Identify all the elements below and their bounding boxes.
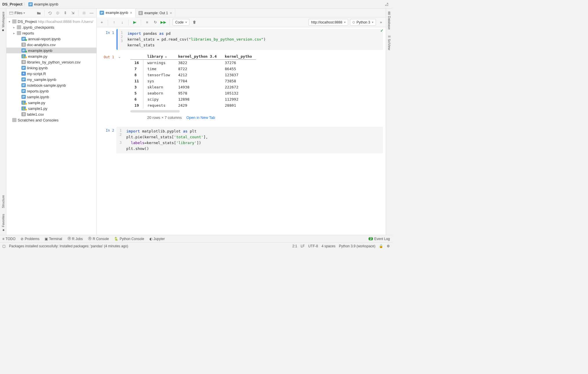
tool-r-console[interactable]: Ⓡ R Console (88, 236, 109, 241)
tool-r-jobs[interactable]: Ⓡ R Jobs (67, 236, 83, 241)
line-separator[interactable]: LF (301, 244, 305, 248)
tree-item[interactable]: IPnotebook-sample.ipynb (6, 82, 96, 88)
server-selector[interactable]: http://localhost:8888▾ (308, 19, 348, 26)
tree-item[interactable]: 🐍example.py (6, 53, 96, 59)
editor-tab[interactable]: IPexample.ipynb× (97, 9, 136, 17)
minimize-icon[interactable]: — (88, 10, 95, 16)
tab-workspace[interactable]: ■Workspace (0, 9, 6, 35)
table-row[interactable]: 7time872286455 (130, 66, 256, 72)
cell-type-selector[interactable]: Code▾ (173, 19, 189, 26)
code-cell-1[interactable]: In 1 123 import pandas as pd kernel_stat… (100, 29, 383, 50)
tool-todo[interactable]: ≡ TODO (2, 237, 15, 241)
breadcrumb-file[interactable]: IP example.ipynb (28, 2, 58, 6)
expand-icon[interactable]: ▸ (12, 32, 16, 35)
tool-problems[interactable]: ⊘ Problems (21, 237, 39, 241)
tree-item[interactable]: IPsample.ipynb (6, 94, 96, 100)
chevron-down-icon[interactable]: ⌄ (116, 53, 122, 120)
tab-favorites[interactable]: ★Favorites (0, 211, 6, 235)
tree-item[interactable]: ☰table1.csv (6, 111, 96, 117)
code-cell-2[interactable]: In 2 12 3 import matplotlib.pyplot as pl… (100, 127, 383, 153)
lock-icon[interactable]: 🔒 (379, 244, 383, 248)
tree-item[interactable]: Scratches and Consoles (6, 117, 96, 123)
refresh-icon[interactable] (47, 10, 53, 16)
breadcrumb-project[interactable]: DS_Project (2, 2, 22, 6)
column-header[interactable]: library▴ (143, 53, 174, 60)
gear-icon[interactable] (81, 10, 87, 16)
file-label: sample1.py (28, 106, 47, 111)
delete-icon[interactable] (191, 19, 198, 26)
tree-item[interactable]: IPreports.ipynb (6, 88, 96, 94)
target-icon[interactable] (54, 10, 61, 16)
expand-icon[interactable]: ▾ (8, 20, 11, 23)
tab-icon: ☰ (138, 11, 143, 15)
column-header[interactable]: kernel_python 3.4 (174, 53, 221, 60)
stop-icon[interactable]: ■ (144, 19, 150, 26)
interpreter[interactable]: Python 3.9 (workspace) (339, 244, 375, 248)
tool-terminal[interactable]: ▣ Terminal (45, 237, 62, 241)
table-row[interactable]: 5seaborn9578105132 (130, 90, 256, 96)
open-new-tab-link[interactable]: Open in New Tab (186, 115, 215, 120)
tree-item[interactable]: ☰doc-analytics.csv (6, 42, 96, 48)
new-folder-icon[interactable] (36, 10, 42, 16)
file-label: example.ipynb (28, 48, 52, 53)
book-icon[interactable]: ▢ (2, 244, 6, 248)
tree-item[interactable]: IPlinking.ipynb (6, 65, 96, 71)
dataframe-output[interactable]: library▴kernel_python 3.4kernel_pytho16w… (130, 53, 293, 108)
tree-item[interactable]: 🐍sample1.py (6, 106, 96, 111)
collapse-icon[interactable]: ⇲ (70, 10, 76, 16)
code-lines[interactable]: import pandas as pd kernel_stats = pd.re… (125, 29, 383, 50)
ico-ipynb-icon: IP (21, 66, 26, 70)
gear-sync-icon[interactable]: ⚙ (387, 244, 390, 248)
event-log[interactable]: 2 Event Log (368, 237, 390, 241)
tool-jupyter[interactable]: ◐ Jupyter (149, 237, 165, 241)
run-all-icon[interactable]: ▶▶ (160, 19, 167, 26)
tree-item[interactable]: IPexample.ipynb (6, 48, 96, 53)
run-icon[interactable]: ▶I (132, 19, 138, 26)
tab-sciview[interactable]: ⠿SciView (386, 32, 392, 53)
code-box[interactable]: 123 import pandas as pd kernel_stats = p… (116, 29, 383, 50)
line-gutter: 123 (118, 29, 125, 50)
encoding[interactable]: UTF-8 (308, 244, 318, 248)
tree-item[interactable]: ▾DS_Project http://localhost:8888 from /… (6, 19, 96, 24)
more-icon[interactable]: » (378, 19, 384, 26)
tab-structure[interactable]: Structure (0, 192, 6, 211)
tree-item[interactable]: ☰libraries_by_python_version.csv (6, 59, 96, 65)
tab-database[interactable]: 🗄Database (386, 9, 392, 32)
view-selector[interactable]: Files ▾ (8, 11, 26, 15)
expand-icon[interactable]: ⇕ (62, 10, 68, 16)
h-scrollbar[interactable] (130, 110, 180, 112)
tree-item[interactable]: IPannual-report.ipynb (6, 36, 96, 42)
code-box[interactable]: 12 3 import matplotlib.pyplot as plt plt… (116, 127, 383, 153)
add-cell-icon[interactable]: ＋ (98, 19, 105, 26)
tree-item[interactable]: ▸reports (6, 30, 96, 36)
move-down-icon[interactable]: ↓ (119, 19, 125, 26)
tool-python-console[interactable]: 🐍 Python Console (114, 237, 144, 241)
status-bar: ▢ Packages installed successfully: Insta… (0, 242, 392, 249)
expand-icon[interactable]: ▸ (12, 26, 16, 29)
code-lines[interactable]: import matplotlib.pyplot as plt plt.pie(… (123, 127, 383, 153)
left-tool-tabs: ■Workspace Structure ★Favorites (0, 9, 6, 235)
close-icon[interactable]: × (170, 11, 172, 15)
tree-item[interactable]: ▸.ipynb_checkpoints (6, 24, 96, 30)
caret-position[interactable]: 2:1 (292, 244, 297, 248)
tree-item[interactable]: IPmy_sample.ipynb (6, 77, 96, 82)
table-row[interactable]: 16warnings382237276 (130, 60, 256, 66)
table-row[interactable]: 3sklearn14938222672 (130, 84, 256, 90)
ipynb-icon: IP (28, 2, 33, 6)
indent[interactable]: 4 spaces (322, 244, 335, 248)
tree-item[interactable]: 🐍sample.py (6, 100, 96, 106)
tree-item[interactable]: Rmy-script.R (6, 71, 96, 77)
editor-tab[interactable]: ☰example: Out 1× (136, 9, 176, 17)
restart-icon[interactable]: ↻ (152, 19, 158, 26)
breadcrumb-file-label: example.ipynb (34, 2, 58, 6)
open-externally-icon[interactable] (384, 1, 390, 8)
project-sidebar: Files ▾ ⇕ ⇲ — ▾DS_Project http://localho… (6, 9, 97, 235)
table-row[interactable]: 8tensorflow4212123837 (130, 72, 256, 78)
move-up-icon[interactable]: ↑ (111, 19, 117, 26)
table-row[interactable]: 11sys778473858 (130, 78, 256, 84)
kernel-selector[interactable]: Python 3▾ (350, 19, 376, 26)
table-row[interactable]: 19requests242928801 (130, 102, 256, 108)
table-row[interactable]: 6scipy12898112992 (130, 96, 256, 102)
close-icon[interactable]: × (130, 10, 132, 15)
column-header[interactable]: kernel_pytho (221, 53, 256, 60)
